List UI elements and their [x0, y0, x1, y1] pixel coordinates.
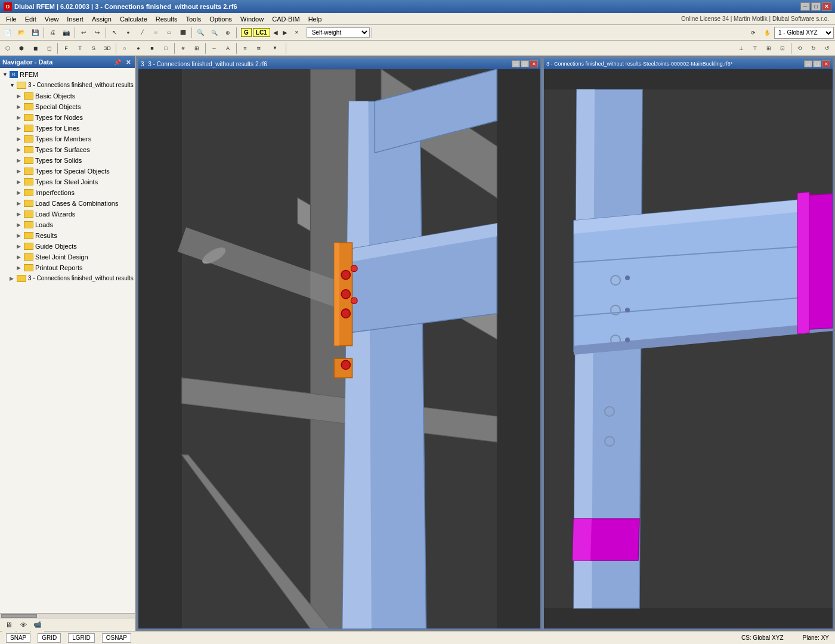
- zoom-all-button[interactable]: ⊕: [221, 26, 234, 39]
- solids-button[interactable]: ⬛: [177, 26, 190, 39]
- nav-camera-icon[interactable]: 📹: [31, 618, 44, 631]
- menu-insert[interactable]: Insert: [63, 14, 87, 24]
- render-btn-2[interactable]: ⬢: [15, 42, 28, 55]
- snap-status[interactable]: SNAP: [6, 633, 30, 643]
- view-top[interactable]: T: [73, 42, 86, 55]
- maximize-button[interactable]: □: [811, 2, 821, 11]
- menu-options[interactable]: Options: [206, 14, 236, 24]
- measure-btn[interactable]: ↔: [208, 42, 221, 55]
- clipping-btn-4[interactable]: ⊡: [776, 42, 789, 55]
- select-button[interactable]: ↖: [108, 26, 121, 39]
- lc-next-button[interactable]: ▶: [281, 26, 289, 39]
- lc-nav-button[interactable]: ✕: [290, 26, 304, 39]
- lc-type[interactable]: G: [241, 28, 252, 37]
- grid-status[interactable]: GRID: [38, 633, 61, 643]
- view-front[interactable]: F: [60, 42, 73, 55]
- annotation-btn[interactable]: A: [221, 42, 234, 55]
- filter-btn-3[interactable]: ▼: [266, 42, 284, 55]
- grid-btn[interactable]: #: [177, 42, 190, 55]
- sec-win-minimize[interactable]: ─: [804, 60, 812, 67]
- zoom-in-button[interactable]: 🔍: [194, 26, 207, 39]
- menu-tools[interactable]: Tools: [182, 14, 205, 24]
- main-win-minimize[interactable]: ─: [512, 60, 520, 67]
- view-control-1[interactable]: ⟲: [793, 42, 806, 55]
- view-control-3[interactable]: ↺: [821, 42, 834, 55]
- display-btn-3[interactable]: ■: [146, 42, 159, 55]
- secondary-viewport-content[interactable]: [544, 69, 833, 628]
- minimize-button[interactable]: ─: [800, 2, 810, 11]
- sec-win-maximize[interactable]: □: [813, 60, 821, 67]
- print-button[interactable]: 🖨: [46, 26, 59, 39]
- tree-item-guide[interactable]: ▶ Guide Objects: [1, 241, 134, 252]
- filter-btn-1[interactable]: ≡: [239, 42, 252, 55]
- display-btn-4[interactable]: □: [159, 42, 172, 55]
- tree-item-project2[interactable]: ▶ 3 - Connections finished_without resul…: [1, 273, 134, 284]
- menu-cadbim[interactable]: CAD-BIM: [268, 14, 303, 24]
- lc-prev-button[interactable]: ◀: [271, 26, 280, 39]
- lines-button[interactable]: ╱: [135, 26, 149, 39]
- save-button[interactable]: 💾: [29, 26, 42, 39]
- tree-item-types-special[interactable]: ▶ Types for Special Objects: [1, 166, 134, 177]
- tree-item-rfem[interactable]: ▼ R RFEM: [1, 69, 134, 80]
- render-btn-1[interactable]: ⬡: [1, 42, 14, 55]
- snap-btn[interactable]: ⊞: [190, 42, 203, 55]
- cs-dropdown[interactable]: 1 - Global XYZ: [774, 27, 834, 39]
- menu-view[interactable]: View: [41, 14, 63, 24]
- tree-item-results[interactable]: ▶ Results: [1, 230, 134, 241]
- tree-item-loadwizards[interactable]: ▶ Load Wizards: [1, 209, 134, 219]
- surfaces-button[interactable]: ▭: [163, 26, 176, 39]
- nav-eye-icon[interactable]: 👁: [17, 618, 30, 631]
- render-btn-4[interactable]: ◻: [42, 42, 55, 55]
- menu-calculate[interactable]: Calculate: [116, 14, 151, 24]
- menu-results[interactable]: Results: [152, 14, 181, 24]
- tree-item-special[interactable]: ▶ Special Objects: [1, 101, 134, 112]
- menu-help[interactable]: Help: [305, 14, 326, 24]
- nav-close-icon[interactable]: ✕: [124, 58, 132, 66]
- osnap-status[interactable]: OSNAP: [102, 633, 131, 643]
- nav-scroll-thumb[interactable]: [1, 614, 37, 618]
- view-side[interactable]: S: [87, 42, 100, 55]
- clipping-btn-3[interactable]: ⊞: [762, 42, 775, 55]
- view-pan-button[interactable]: ✋: [760, 26, 774, 39]
- open-button[interactable]: 📂: [15, 26, 28, 39]
- tree-item-basic[interactable]: ▶ Basic Objects: [1, 91, 134, 101]
- nav-screen-icon[interactable]: 🖥: [2, 618, 16, 631]
- tree-item-types-lines[interactable]: ▶ Types for Lines: [1, 123, 134, 134]
- tree-item-steeljoint[interactable]: ▶ Steel Joint Design: [1, 252, 134, 262]
- nav-pin-icon[interactable]: 📌: [112, 58, 123, 66]
- display-btn-2[interactable]: ●: [132, 42, 145, 55]
- zoom-out-button[interactable]: 🔍: [208, 26, 221, 39]
- view-rotate-button[interactable]: ⟳: [747, 26, 760, 39]
- lc-name-dropdown[interactable]: Self-weight: [307, 27, 370, 38]
- display-btn-1[interactable]: ○: [118, 42, 131, 55]
- redo-button[interactable]: ↪: [91, 26, 104, 39]
- screenshot-button[interactable]: 📷: [60, 26, 73, 39]
- nav-scrollbar[interactable]: [0, 613, 135, 618]
- sec-win-close[interactable]: ✕: [822, 60, 830, 67]
- clipping-btn-1[interactable]: ⊥: [735, 42, 748, 55]
- view-3d[interactable]: 3D: [101, 42, 114, 55]
- new-button[interactable]: 📄: [1, 26, 14, 39]
- tree-item-types-steel[interactable]: ▶ Types for Steel Joints: [1, 177, 134, 187]
- tree-item-types-nodes[interactable]: ▶ Types for Nodes: [1, 112, 134, 123]
- main-viewport-content[interactable]: [138, 69, 540, 628]
- menu-window[interactable]: Window: [237, 14, 267, 24]
- lgrid-status[interactable]: LGRID: [68, 633, 95, 643]
- tree-item-printout[interactable]: ▶ Printout Reports: [1, 262, 134, 273]
- tree-item-loads[interactable]: ▶ Loads: [1, 219, 134, 230]
- view-control-2[interactable]: ↻: [807, 42, 820, 55]
- tree-item-loadcases[interactable]: ▶ Load Cases & Combinations: [1, 198, 134, 209]
- main-win-maximize[interactable]: □: [521, 60, 529, 67]
- main-win-close[interactable]: ✕: [530, 60, 538, 67]
- members-button[interactable]: ═: [149, 26, 162, 39]
- tree-item-types-members[interactable]: ▶ Types for Members: [1, 134, 134, 144]
- menu-file[interactable]: File: [2, 14, 20, 24]
- menu-assign[interactable]: Assign: [88, 14, 115, 24]
- tree-item-types-surfaces[interactable]: ▶ Types for Surfaces: [1, 144, 134, 155]
- clipping-btn-2[interactable]: ⊤: [749, 42, 762, 55]
- render-btn-3[interactable]: ◼: [29, 42, 42, 55]
- tree-item-types-solids[interactable]: ▶ Types for Solids: [1, 155, 134, 166]
- tree-item-project1[interactable]: ▼ 3 - Connections finished_without resul…: [1, 80, 134, 91]
- tree-item-imperfections[interactable]: ▶ Imperfections: [1, 187, 134, 198]
- nodes-button[interactable]: ●: [122, 26, 135, 39]
